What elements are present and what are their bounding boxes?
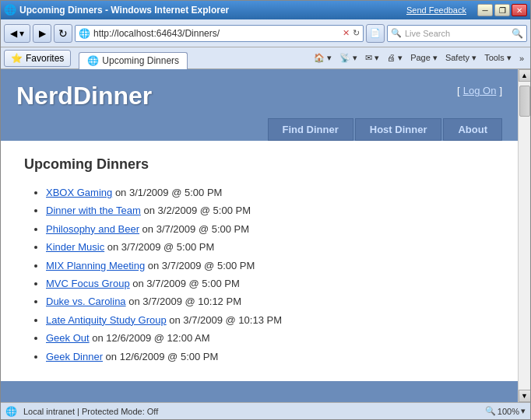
scroll-down-button[interactable]: ▼ [519, 390, 531, 402]
login-bracket-close: ] [499, 85, 502, 96]
scrollbar[interactable]: ▲ ▼ [518, 69, 530, 402]
list-item: Duke vs. Carolina on 3/7/2009 @ 10:12 PM [46, 292, 494, 310]
content-area: NerdDinner [ Log On ] Find Dinner Host D… [1, 69, 530, 402]
tools-button[interactable]: Tools ▾ [481, 51, 515, 65]
address-clear-button[interactable]: ✕ [343, 28, 350, 38]
login-bracket-open: [ [457, 85, 460, 96]
search-go-button[interactable]: 🔍 [512, 28, 523, 39]
list-item: XBOX Gaming on 3/1/2009 @ 5:00 PM [46, 184, 494, 201]
site-wrapper: NerdDinner [ Log On ] Find Dinner Host D… [1, 69, 518, 402]
list-item: Dinner with the Team on 3/2/2009 @ 5:00 … [46, 201, 494, 219]
dinner-date: on 3/1/2009 @ 5:00 PM [112, 187, 222, 198]
window-frame: 🌐 Upcoming Dinners - Windows Internet Ex… [0, 0, 531, 420]
page-title: Upcoming Dinners [24, 156, 494, 173]
dinner-date: on 12/6/2009 @ 12:00 AM [90, 332, 210, 344]
safety-button[interactable]: Safety ▾ [442, 51, 480, 65]
print-button[interactable]: 🖨 ▾ [384, 51, 406, 65]
site-body: Upcoming Dinners XBOX Gaming on 3/1/2009… [1, 141, 518, 381]
more-button[interactable]: » [516, 52, 527, 65]
dinner-link[interactable]: Duke vs. Carolina [46, 296, 126, 307]
tab-area: 🌐 Upcoming Dinners [79, 47, 188, 69]
dinner-link[interactable]: Late Antiquity Study Group [46, 314, 167, 326]
search-placeholder: Live Search [405, 29, 508, 38]
list-item: Late Antiquity Study Group on 3/7/2009 @… [46, 311, 494, 329]
page-icon: 🌐 [79, 28, 90, 39]
search-box[interactable]: 🔍 Live Search 🔍 [387, 25, 527, 42]
title-bar-left: 🌐 Upcoming Dinners - Windows Internet Ex… [4, 4, 229, 16]
dinner-date: on 3/7/2009 @ 5:00 PM [139, 223, 249, 235]
star-icon: ⭐ [11, 53, 23, 64]
dinner-date: on 3/2/2009 @ 5:00 PM [141, 205, 251, 216]
url-text: http://localhost:64643/Dinners/ [93, 28, 339, 39]
header-login-area: [ Log On ] [457, 82, 502, 96]
tab-icon: 🌐 [87, 55, 99, 66]
dinner-link[interactable]: Philosophy and Beer [46, 223, 139, 235]
zoom-button[interactable]: 🔍 100% ▾ [485, 406, 526, 416]
favorites-bar: ⭐ Favorites 🌐 Upcoming Dinners 🏠 ▾ 📡 ▾ ✉… [1, 47, 530, 69]
tab-label: Upcoming Dinners [102, 55, 179, 66]
back-button[interactable]: ◀ ▾ [4, 24, 30, 43]
page-button[interactable]: Page ▾ [407, 51, 441, 65]
zoom-level: 100% [498, 407, 519, 416]
nav-tabs: Find Dinner Host Dinner About [1, 110, 518, 141]
compatibility-view-button[interactable]: 📄 [366, 24, 385, 43]
ie-icon: 🌐 [4, 4, 16, 16]
restore-button[interactable]: ❐ [494, 4, 510, 16]
list-item: Geek Out on 12/6/2009 @ 12:00 AM [46, 329, 494, 347]
dinner-link[interactable]: Geek Out [46, 332, 90, 344]
zoom-dropdown-icon: ▾ [521, 406, 526, 416]
list-item: MVC Focus Group on 3/7/2009 @ 5:00 PM [46, 275, 494, 292]
status-globe-icon: 🌐 [5, 406, 17, 417]
toolbar-right: 🏠 ▾ 📡 ▾ ✉ ▾ 🖨 ▾ Page ▾ Safety ▾ Tools ▾ … [311, 51, 527, 65]
page-content: NerdDinner [ Log On ] Find Dinner Host D… [1, 69, 518, 402]
list-item: Kinder Music on 3/7/2009 @ 5:00 PM [46, 238, 494, 256]
about-label: About [458, 124, 487, 135]
login-link[interactable]: Log On [463, 85, 497, 96]
address-bar: ◀ ▾ ▶ ↻ 🌐 http://localhost:64643/Dinners… [1, 19, 530, 47]
dinner-list: XBOX Gaming on 3/1/2009 @ 5:00 PMDinner … [24, 184, 494, 366]
site-logo: NerdDinner [16, 82, 152, 110]
dinner-date: on 3/7/2009 @ 5:00 PM [145, 260, 255, 271]
dinner-link[interactable]: XBOX Gaming [46, 187, 112, 198]
dinner-link[interactable]: Dinner with the Team [46, 205, 141, 216]
dinner-link[interactable]: Kinder Music [46, 241, 104, 253]
feeds-button[interactable]: 📡 ▾ [336, 51, 360, 65]
active-tab[interactable]: 🌐 Upcoming Dinners [79, 52, 188, 69]
home-button[interactable]: 🏠 ▾ [311, 51, 335, 65]
list-item: Philosophy and Beer on 3/7/2009 @ 5:00 P… [46, 220, 494, 238]
scroll-up-button[interactable]: ▲ [519, 69, 531, 82]
dinner-link[interactable]: MIX Planning Meeting [46, 260, 145, 271]
scroll-track[interactable] [519, 82, 530, 389]
send-feedback-link[interactable]: Send Feedback [406, 5, 466, 15]
nav-tab-host-dinner[interactable]: Host Dinner [355, 118, 442, 141]
dinner-date: on 12/6/2009 @ 5:00 PM [103, 351, 218, 362]
dinner-date: on 3/7/2009 @ 10:12 PM [126, 296, 241, 307]
minimize-button[interactable]: ─ [477, 4, 493, 16]
dinner-date: on 3/7/2009 @ 5:00 PM [130, 278, 240, 289]
address-refresh-icon[interactable]: ↻ [353, 28, 360, 38]
nav-tab-find-dinner[interactable]: Find Dinner [268, 118, 353, 141]
status-right: 🔍 100% ▾ [485, 406, 526, 416]
zone-text: Local intranet | Protected Mode: Off [23, 407, 158, 416]
favorites-button[interactable]: ⭐ Favorites [4, 50, 71, 67]
dinner-date: on 3/7/2009 @ 5:00 PM [104, 241, 214, 253]
scroll-thumb[interactable] [519, 86, 530, 117]
window-title: Upcoming Dinners - Windows Internet Expl… [19, 5, 229, 16]
site-header: NerdDinner [ Log On ] [1, 69, 518, 110]
title-bar: 🌐 Upcoming Dinners - Windows Internet Ex… [1, 1, 530, 19]
zoom-icon: 🔍 [485, 406, 496, 416]
address-bar-input[interactable]: 🌐 http://localhost:64643/Dinners/ ✕ ↻ [75, 25, 364, 42]
nav-tab-about[interactable]: About [443, 118, 502, 141]
favorites-label: Favorites [26, 53, 64, 64]
close-button[interactable]: ✕ [512, 4, 527, 16]
dinner-link[interactable]: Geek Dinner [46, 351, 103, 362]
find-dinner-label: Find Dinner [283, 124, 339, 135]
refresh-button[interactable]: ↻ [54, 24, 72, 43]
forward-button[interactable]: ▶ [33, 24, 51, 43]
window-controls: ─ ❐ ✕ [477, 4, 527, 16]
host-dinner-label: Host Dinner [370, 124, 427, 135]
list-item: MIX Planning Meeting on 3/7/2009 @ 5:00 … [46, 257, 494, 275]
dinner-link[interactable]: MVC Focus Group [46, 278, 130, 289]
status-bar: 🌐 Local intranet | Protected Mode: Off 🔍… [1, 402, 530, 419]
read-mail-button[interactable]: ✉ ▾ [362, 51, 382, 65]
